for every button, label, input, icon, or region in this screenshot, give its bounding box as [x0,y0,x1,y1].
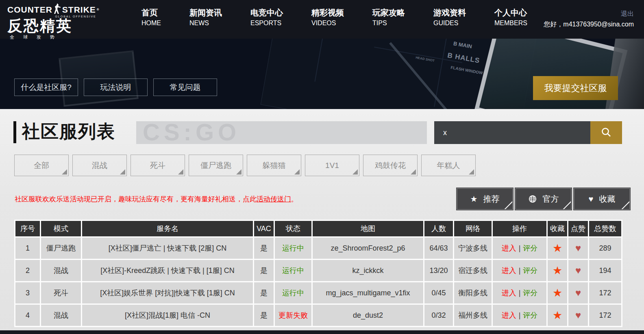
submit-server-button[interactable]: 我要提交社区服 [533,76,618,100]
favorite-star-icon[interactable]: ★ [553,287,562,299]
mode-cell: 僵尸逃跑 [41,238,81,259]
like-heart-icon[interactable]: ♥ [575,287,581,298]
filter-tab-label: 僵尸逃跑 [200,161,231,170]
status-text: 更新失败 [278,311,308,319]
corner-fold-icon [178,169,183,175]
favorite-star-icon[interactable]: ★ [553,309,562,321]
server-name-cell: [X社区]娱乐世界 [对抗]|快速下载 [1服] CN [82,282,253,303]
hero-button-2[interactable]: 常见问题 [153,79,217,96]
filter-tab-label: 鸡鼓传花 [375,161,406,170]
filter-tab-3[interactable]: 僵尸逃跑 [189,155,243,176]
column-header: 人数 [424,221,453,236]
table-header-row: 序号模式服务名VAC状态地图人数网络操作收藏点赞总赞数 [15,221,621,236]
server-name-cell: [X社区]-KreedZ跳跃 | 快速下载 | [1服] CN [82,260,253,281]
filter-tab-7[interactable]: 年糕人 [421,155,476,176]
players-cell: 0/32 [424,305,453,326]
operations-divider: | [519,311,521,319]
column-header: 操作 [493,221,546,236]
operations-cell: 进入|评分 [493,282,546,303]
list-action-buttons: ★推荐官方♥收藏 [457,188,630,210]
official-button[interactable]: 官方 [515,188,572,210]
nav-item-esports[interactable]: 电竞中心ESPORTS [250,7,283,27]
soldier-icon [54,3,61,16]
hero-button-1[interactable]: 玩法说明 [84,79,148,96]
nav-item-tips[interactable]: 玩家攻略TIPS [372,7,405,27]
globe-icon [528,194,537,203]
favorites-button[interactable]: ♥收藏 [574,188,630,210]
action-button-label: 收藏 [599,194,615,205]
hero-button-0[interactable]: 什么是社区服? [14,79,78,96]
filter-tab-4[interactable]: 躲猫猫 [247,155,301,176]
column-header: 网络 [454,221,492,236]
like-cell: ♥ [568,282,588,303]
filter-tab-label: 全部 [34,161,49,170]
enter-server-link[interactable]: 进入 [502,311,516,319]
nav-item-members[interactable]: 个人中心MEMBERS [494,7,527,27]
server-list-section: 社区服列表 CS:GO 全部混战死斗僵尸逃跑躲猫猫1V1鸡鼓传花年糕人 社区服联… [0,109,644,334]
rate-server-link[interactable]: 评分 [523,266,537,275]
nav-item-news[interactable]: 新闻资讯NEWS [189,7,222,27]
page: COUNTER STRIKE ® GLOBAL OFFENSIVE 反恐精英 全… [0,0,644,334]
status-cell: 运行中 [275,238,311,259]
corner-fold-icon [469,169,474,175]
filter-tab-label: 混战 [92,161,107,170]
nav-item-guides[interactable]: 游戏资料GUIDES [433,7,466,27]
table-row: 4混战[X社区]混战[1服] 电信 -CN是更新失败de_dust20/32福州… [15,305,621,326]
search-icon [600,127,612,139]
operations-cell: 进入|评分 [493,238,546,259]
recommend-button[interactable]: ★推荐 [457,188,513,210]
filter-tab-2[interactable]: 死斗 [131,155,185,176]
vac-cell: 是 [254,260,274,281]
nav-label-en: GUIDES [433,20,466,27]
status-text: 运行中 [282,289,304,297]
column-header: 点赞 [568,221,588,236]
notice-text: 社区服联欢欢乐送活动现已开启，趣味玩法应有尽有，更有海量好礼相送，点此 [15,195,257,203]
corner-fold-icon [62,169,67,175]
enter-server-link[interactable]: 进入 [502,289,516,297]
corner-fold-icon [294,169,300,175]
favorite-star-icon[interactable]: ★ [553,264,562,277]
rate-server-link[interactable]: 评分 [523,244,537,252]
rate-server-link[interactable]: 评分 [523,289,537,297]
favorite-cell: ★ [548,282,567,303]
nav-label-cn: 精彩视频 [311,7,344,18]
vac-cell: 是 [254,282,274,303]
like-heart-icon[interactable]: ♥ [575,265,581,276]
corner-fold-icon [352,169,358,175]
title-accent-bar [13,121,16,143]
enter-server-link[interactable]: 进入 [502,266,516,275]
nav-label-cn: 首页 [141,7,161,18]
server-name-cell: [X社区]混战[1服] 电信 -CN [82,305,253,326]
logo-chinese-title: 反恐精英 [7,18,100,34]
filter-tab-5[interactable]: 1V1 [305,155,359,176]
like-heart-icon[interactable]: ♥ [575,310,581,321]
logout-link[interactable]: 退出 [544,10,634,18]
players-cell: 64/63 [424,238,453,259]
rate-server-link[interactable]: 评分 [523,311,537,319]
favorite-star-icon[interactable]: ★ [553,242,562,254]
mode-cell: 混战 [41,305,81,326]
hero-banner: B MAIN B HALLS FLASH WINDOW HEAD SHOT 什么… [0,39,644,109]
nav-item-videos[interactable]: 精彩视频VIDEOS [311,7,344,27]
total-likes-cell: 172 [589,305,621,326]
nav-label-en: ESPORTS [250,20,283,27]
filter-tab-0[interactable]: 全部 [14,155,69,176]
row-number: 4 [15,305,40,326]
like-cell: ♥ [568,305,588,326]
mode-cell: 死斗 [41,282,81,303]
enter-server-link[interactable]: 进入 [502,244,516,252]
filter-tab-label: 年糕人 [437,161,460,170]
search-input[interactable] [434,121,590,144]
like-heart-icon[interactable]: ♥ [575,242,581,253]
network-cell: 宿迁多线 [454,260,492,281]
filter-tab-6[interactable]: 鸡鼓传花 [363,155,418,176]
nav-label-cn: 个人中心 [494,7,527,18]
action-button-label: 推荐 [483,194,499,205]
filter-tab-1[interactable]: 混战 [72,155,127,176]
csgo-logo[interactable]: COUNTER STRIKE ® GLOBAL OFFENSIVE 反恐精英 全… [7,3,100,40]
event-portal-link[interactable]: 活动传送门 [257,195,291,203]
search-button[interactable] [590,121,622,144]
column-header: 总赞数 [589,221,621,236]
nav-item-home[interactable]: 首页HOME [141,7,161,27]
logo-counter: COUNTER [7,5,52,15]
